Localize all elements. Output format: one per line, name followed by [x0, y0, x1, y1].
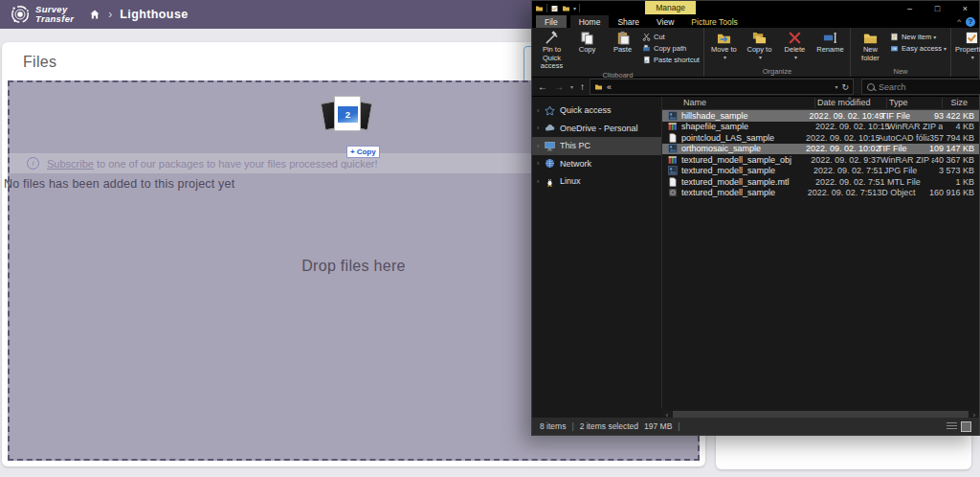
file-date: 2022. 09. 02. 9:37 — [811, 155, 880, 165]
back-icon[interactable]: ← — [536, 82, 549, 92]
ribbon-button-label: Paste — [613, 46, 632, 55]
breadcrumb-current[interactable]: Lighthouse — [120, 8, 188, 21]
help-icon[interactable]: ? — [966, 17, 975, 27]
table-row[interactable]: textured_modell_sample2022. 09. 02. 7:51… — [662, 166, 979, 177]
ribbon-tools: ^ ? — [957, 15, 979, 28]
up-icon[interactable]: ↑ — [578, 82, 587, 92]
ribbon-move-to-button[interactable]: Move to▾ — [706, 28, 742, 67]
orbit-logo-icon — [10, 4, 31, 25]
expander-caret-icon[interactable]: › — [537, 178, 545, 185]
home-icon[interactable] — [89, 9, 100, 20]
column-header-type[interactable]: Type — [887, 98, 943, 108]
qat-new-folder-icon[interactable] — [562, 5, 570, 12]
table-row[interactable]: orthomosaic_sample2022. 09. 02. 10:02TIF… — [662, 144, 979, 155]
easyaccess-icon — [890, 44, 899, 53]
qat-properties-icon[interactable] — [550, 5, 559, 12]
sidebar-item-onedrive-personal[interactable]: ›OneDrive - Personal — [532, 120, 661, 138]
sort-ascending-icon: ^ — [848, 94, 851, 104]
table-row[interactable]: textured_modell_sample2022. 09. 02. 7:51… — [662, 188, 979, 199]
ribbon-button-label: Move to — [711, 46, 737, 55]
table-row[interactable]: hillshade_sample2022. 09. 02. 10:49TIF F… — [662, 110, 979, 122]
expander-caret-icon[interactable]: › — [537, 160, 545, 167]
dropdown-caret-icon: ▾ — [794, 55, 797, 61]
sidebar-item-quick-access[interactable]: ›Quick access — [532, 102, 661, 120]
thumbnail-view-icon[interactable] — [961, 421, 971, 432]
ribbon-delete-button[interactable]: Delete▾ — [777, 28, 813, 67]
collapse-ribbon-icon[interactable]: ^ — [957, 17, 961, 26]
ribbon: Pin to Quick accessCopyPasteCutCopy path… — [532, 28, 979, 78]
file-list: hillshade_sample2022. 09. 02. 10:49TIF F… — [662, 110, 979, 198]
file-name: textured_modell_sample_obj — [681, 155, 811, 165]
table-row[interactable]: textured_modell_sample.mtl2022. 09. 02. … — [662, 176, 979, 188]
column-header-date-modified[interactable]: Date modified^ — [815, 98, 887, 108]
refresh-icon[interactable]: ↻ — [841, 82, 849, 92]
ribbon-button-label: Easy access — [902, 44, 942, 53]
ribbon-paste-shortcut-button[interactable]: Paste shortcut — [642, 56, 700, 64]
survey-transfer-logo[interactable]: Survey Transfer — [10, 4, 74, 25]
ribbon-pin-to-quick-access-button[interactable]: Pin to Quick access — [534, 28, 569, 71]
table-row[interactable]: textured_modell_sample_obj2022. 09. 02. … — [662, 154, 979, 166]
ribbon-new-folder-button[interactable]: New folder — [853, 28, 888, 67]
ribbon-group-body-new: New folderNew item▾Easy access▾ — [853, 28, 948, 67]
subscribe-link[interactable]: Subscribe — [47, 158, 94, 170]
ribbon-easy-access-button[interactable]: Easy access▾ — [890, 44, 947, 53]
cloud-icon — [545, 123, 555, 133]
doc-file-icon — [668, 133, 678, 143]
expander-caret-icon[interactable]: › — [537, 107, 545, 114]
close-button[interactable]: × — [951, 1, 979, 15]
ribbon-group-body-clipboard: Pin to Quick accessCopyPasteCutCopy path… — [534, 28, 702, 71]
table-row[interactable]: shapefile_sample2022. 09. 02. 10:15WinRA… — [662, 122, 979, 133]
ribbon-copy-button[interactable]: Copy — [569, 28, 605, 71]
maximize-button[interactable]: □ — [924, 1, 951, 15]
qat-customize-caret-icon[interactable]: ▾ — [573, 5, 576, 11]
ribbon-new-item-button[interactable]: New item▾ — [890, 33, 947, 41]
ribbon-properties-button[interactable]: Properties▾ — [953, 28, 980, 67]
address-dropdown-caret-icon[interactable]: ▾ — [835, 83, 837, 90]
dropdown-caret-icon: ▾ — [759, 55, 762, 61]
file-explorer-window: ▾ Manage – □ × FileHomeShareViewPicture … — [531, 0, 980, 436]
plus-icon: + — [350, 148, 355, 156]
sidebar-item-this-pc[interactable]: ›This PC — [532, 137, 661, 155]
tab-view[interactable]: View — [648, 15, 682, 28]
tab-file[interactable]: File — [536, 15, 567, 28]
minimize-button[interactable]: – — [896, 1, 924, 15]
details-view-icon[interactable] — [947, 422, 957, 431]
properties-icon — [965, 31, 979, 45]
ribbon-paste-button[interactable]: Paste — [605, 28, 640, 71]
column-header-size[interactable]: Size — [943, 98, 979, 108]
ribbon-copy-path-button[interactable]: Copy path — [642, 44, 700, 53]
expander-caret-icon[interactable]: › — [537, 125, 545, 131]
tab-home[interactable]: Home — [570, 15, 610, 28]
rename-icon — [823, 31, 837, 45]
forward-icon[interactable]: → — [552, 82, 566, 92]
ribbon-rename-button[interactable]: Rename — [813, 28, 848, 67]
files-card-title: Files — [23, 54, 56, 71]
table-row[interactable]: pointcloud_LAS_sample2022. 09. 02. 10:15… — [662, 132, 979, 144]
copypath-icon — [642, 44, 651, 53]
ribbon-group-new: New folderNew item▾Easy access▾New — [851, 28, 951, 77]
info-icon: i — [27, 157, 39, 170]
ribbon-button-label: Rename — [816, 46, 843, 55]
tab-picture-tools[interactable]: Picture Tools — [682, 15, 746, 28]
sidebar-item-linux[interactable]: ›Linux — [532, 172, 661, 191]
column-header-label: Date modified — [817, 98, 871, 107]
explorer-titlebar[interactable]: ▾ Manage – □ × — [532, 1, 979, 15]
status-selected-size: 197 MB — [644, 421, 672, 431]
tab-share[interactable]: Share — [609, 15, 648, 28]
recent-locations-caret-icon[interactable]: ▾ — [568, 84, 575, 90]
search-input[interactable]: Search — [861, 79, 980, 95]
column-header-name[interactable]: Name — [681, 98, 815, 108]
expander-caret-icon[interactable]: › — [537, 143, 545, 149]
ribbon-button-label: New folder — [855, 46, 886, 62]
drag-ghost: 2 — [322, 93, 371, 143]
sidebar-item-label: This PC — [560, 141, 590, 150]
address-input[interactable]: « ▾ ↻ — [590, 79, 854, 95]
ribbon-button-label: Paste shortcut — [654, 56, 700, 64]
sidebar-item-label: Network — [560, 159, 591, 169]
ribbon-copy-to-button[interactable]: Copy to▾ — [742, 28, 777, 67]
status-separator2: | — [678, 421, 679, 431]
sidebar-item-network[interactable]: ›Network — [532, 155, 661, 173]
file-name: textured_modell_sample — [681, 188, 808, 197]
ribbon-cut-button[interactable]: Cut — [642, 33, 700, 41]
brand-text: Survey Transfer — [35, 5, 74, 25]
